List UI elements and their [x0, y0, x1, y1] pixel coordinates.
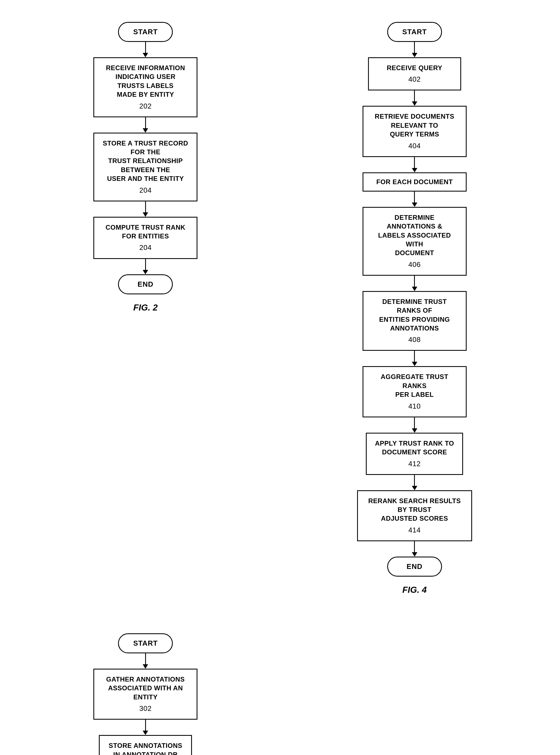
fig4-step402-num: 402 [377, 75, 452, 84]
fig2-step204b: COMPUTE TRUST RANK FOR ENTITIES 204 [93, 217, 197, 259]
arrow [412, 418, 417, 433]
fig2-step202: RECEIVE INFORMATIONINDICATING USER TRUST… [93, 57, 197, 117]
fig3-flowchart: START GATHER ANNOTATIONSASSOCIATED WITH … [11, 622, 280, 755]
fig4-step408-num: 408 [372, 335, 458, 345]
arrow [412, 541, 417, 557]
fig4-step414: RERANK SEARCH RESULTS BY TRUSTADJUSTED S… [357, 490, 472, 541]
fig3-step302: GATHER ANNOTATIONSASSOCIATED WITH AN ENT… [93, 669, 197, 720]
fig4-start: START [387, 22, 442, 42]
arrow [143, 201, 148, 217]
fig4-flowchart: START RECEIVE QUERY 402 RETRIEVE DOCUMEN… [280, 11, 549, 606]
fig2-step204a: STORE A TRUST RECORD FOR THETRUST RELATI… [93, 133, 197, 201]
arrow [143, 42, 148, 57]
arrow [412, 157, 417, 172]
fig4-step404-num: 404 [372, 141, 458, 151]
fig4-step414-num: 414 [366, 525, 463, 535]
fig2-end: END [118, 274, 173, 294]
fig4-end: END [387, 557, 442, 577]
fig2-step202-num: 202 [102, 101, 188, 111]
fig3-step304: STORE ANNOTATIONSIN ANNOTATION DB 304 [99, 735, 192, 755]
fig4-step412-num: 412 [375, 459, 454, 469]
arrow [412, 475, 417, 490]
fig2-flowchart: START RECEIVE INFORMATIONINDICATING USER… [11, 11, 280, 606]
fig4-step404: RETRIEVE DOCUMENTS RELEVANT TOQUERY TERM… [363, 106, 467, 157]
fig4-step410: AGGREGATE TRUST RANKSPER LABEL 410 [363, 366, 467, 417]
fig2-step204a-num: 204 [102, 186, 188, 195]
arrow [143, 720, 148, 735]
arrow [412, 351, 417, 366]
fig4-step408: DETERMINE TRUST RANKS OFENTITIES PROVIDI… [363, 291, 467, 351]
fig3-step302-num: 302 [102, 704, 188, 713]
arrow [412, 91, 417, 106]
fig2-label: FIG. 2 [133, 303, 158, 313]
arrow [412, 192, 417, 207]
empty-bottom-right [280, 606, 549, 755]
fig4-step402: RECEIVE QUERY 402 [368, 57, 461, 91]
arrow [143, 653, 148, 669]
fig4-step406: DETERMINE ANNOTATIONS &LABELS ASSOCIATED… [363, 207, 467, 276]
arrow [412, 276, 417, 291]
fig3-start: START [118, 633, 173, 653]
fig2-step204b-num: 204 [102, 243, 188, 252]
fig2-start: START [118, 22, 173, 42]
fig4-step406-num: 406 [372, 260, 458, 269]
page: START RECEIVE INFORMATIONINDICATING USER… [11, 11, 549, 755]
fig4-step412: APPLY TRUST RANK TODOCUMENT SCORE 412 [366, 433, 463, 475]
fig4-step410-num: 410 [372, 402, 458, 411]
arrow [143, 259, 148, 274]
arrow [143, 117, 148, 133]
fig4-foreach: FOR EACH DOCUMENT [363, 172, 467, 192]
arrow [412, 42, 417, 57]
fig4-label: FIG. 4 [402, 585, 427, 595]
